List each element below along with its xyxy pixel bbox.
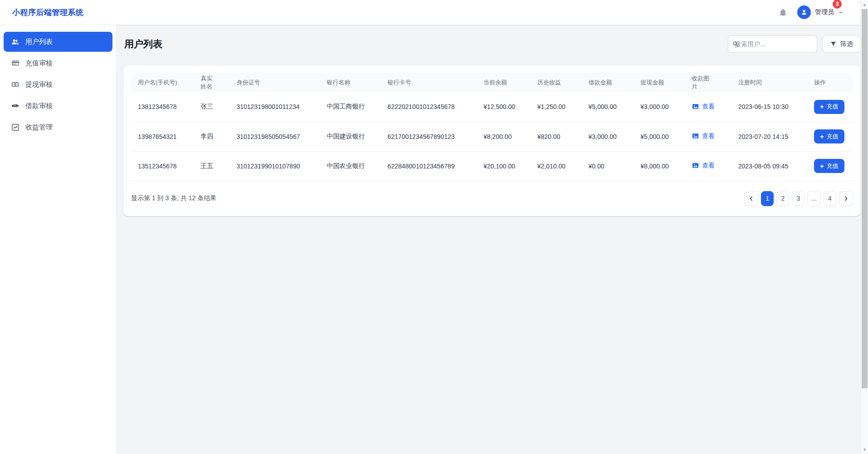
cell-action: +充值 (807, 92, 853, 122)
column-header: 真实姓名 (193, 73, 229, 92)
cell-withdraw: ¥8,000.00 (633, 151, 684, 181)
scrollbar-down-arrow-icon[interactable]: ▼ (861, 446, 868, 453)
chevron-down-icon (838, 10, 844, 15)
recharge-button[interactable]: +充值 (814, 159, 844, 173)
sidebar-item-users[interactable]: 用户列表 (4, 32, 112, 52)
column-header: 身份证号 (229, 73, 319, 92)
cell-registered: 2023-08-05 09:45 (731, 151, 807, 181)
pagination-page-4[interactable]: 4 (824, 191, 836, 206)
pagination-page-1[interactable]: 1 (761, 191, 774, 206)
cell-payment-image: 查看 (684, 122, 731, 151)
image-icon (692, 103, 699, 110)
recharge-button[interactable]: +充值 (814, 129, 844, 143)
table-body: 13812345678张三310123198001011234中国工商银行622… (131, 92, 853, 181)
sidebar-item-loan-review[interactable]: 借款审核 (4, 96, 112, 116)
filter-icon (830, 41, 836, 47)
filter-button[interactable]: 筛选 (823, 35, 861, 53)
cell-bank-name: 中国建设银行 (320, 122, 380, 151)
topbar: 小程序后端管理系统 管理员 3 (0, 0, 868, 25)
scrollbar-thumb[interactable] (862, 9, 868, 388)
cell-phone: 13512345678 (131, 151, 193, 181)
scrollbar-up-arrow-icon[interactable]: ▲ (861, 1, 868, 8)
cell-loan: ¥3,000.00 (581, 122, 634, 151)
pagination-page-3[interactable]: 3 (792, 191, 805, 206)
sidebar-item-withdraw-review[interactable]: 提现审核 (4, 74, 112, 94)
scrollbar[interactable]: ▲ ▼ (860, 0, 868, 454)
cell-id-number: 310123199010107890 (229, 151, 319, 181)
sidebar-item-label: 充值审核 (25, 59, 53, 68)
column-header: 提现金额 (633, 73, 684, 92)
plus-icon: + (820, 104, 824, 110)
app-title: 小程序后端管理系统 (12, 7, 84, 18)
cell-id-number: 310123198001011234 (229, 92, 319, 122)
image-icon (692, 133, 699, 139)
pagination-page-2[interactable]: 2 (776, 191, 789, 206)
user-table: 用户名(手机号)真实姓名身份证号银行名称银行卡号当前余额历史收益借款金额提现金额… (131, 73, 853, 181)
view-image-link[interactable]: 查看 (692, 103, 715, 111)
user-icon (800, 9, 808, 16)
column-header: 用户名(手机号) (131, 73, 193, 92)
filter-label: 筛选 (840, 40, 853, 48)
handshake-icon (11, 102, 20, 109)
cell-withdraw: ¥5,000.00 (633, 122, 684, 151)
plus-icon: + (820, 163, 824, 169)
cell-action: +充值 (807, 151, 853, 181)
table-header-row: 用户名(手机号)真实姓名身份证号银行名称银行卡号当前余额历史收益借款金额提现金额… (131, 73, 853, 92)
cell-registered: 2023-06-15 10:30 (731, 92, 807, 122)
sidebar-item-label: 用户列表 (25, 38, 53, 46)
main-content: 用户列表 筛选 用户名(手 (117, 25, 868, 454)
cell-name: 王五 (193, 151, 229, 181)
table-row: 13987654321李四310123198505054567中国建设银行621… (131, 122, 853, 151)
cell-id-number: 310123198505054567 (229, 122, 319, 151)
table-row: 13812345678张三310123198001011234中国工商银行622… (131, 92, 853, 122)
view-image-link[interactable]: 查看 (692, 132, 715, 140)
main-header: 用户列表 筛选 (117, 25, 868, 63)
chart-line-icon (11, 123, 20, 131)
cell-name: 李四 (193, 122, 229, 151)
pagination-next-button[interactable] (839, 191, 853, 206)
column-header: 注册时间 (731, 73, 807, 92)
cell-bank-card: 6228480010123456789 (380, 151, 476, 181)
cell-withdraw: ¥3,000.00 (633, 92, 684, 122)
cell-balance: ¥20,100.00 (476, 151, 530, 181)
pagination-prev-button[interactable] (744, 191, 758, 206)
sidebar: 用户列表充值审核提现审核借款审核收益管理 (0, 25, 117, 454)
chevron-left-icon (748, 196, 754, 202)
cell-payment-image: 查看 (684, 151, 731, 181)
cell-phone: 13987654321 (131, 122, 193, 151)
header-tools: 筛选 (728, 35, 861, 53)
view-image-link[interactable]: 查看 (692, 162, 715, 170)
column-header: 当前余额 (476, 73, 530, 92)
sidebar-item-income-management[interactable]: 收益管理 (4, 117, 112, 137)
page-title: 用户列表 (124, 38, 162, 50)
user-table-card: 用户名(手机号)真实姓名身份证号银行名称银行卡号当前余额历史收益借款金额提现金额… (123, 65, 861, 216)
cell-history-income: ¥820.00 (530, 122, 581, 151)
credit-card-icon (11, 59, 20, 67)
cell-name: 张三 (193, 92, 229, 122)
money-bill-icon (11, 81, 20, 88)
admin-name: 管理员 (815, 8, 834, 16)
cell-balance: ¥8,200.00 (476, 122, 530, 151)
sidebar-menu: 用户列表充值审核提现审核借款审核收益管理 (4, 32, 112, 137)
search-wrap (728, 35, 817, 53)
search-input[interactable] (728, 35, 817, 53)
sidebar-item-recharge-review[interactable]: 充值审核 (4, 53, 112, 73)
column-header: 银行名称 (320, 73, 380, 92)
cell-bank-name: 中国工商银行 (320, 92, 380, 122)
cell-phone: 13812345678 (131, 92, 193, 122)
cell-loan: ¥5,000.00 (581, 92, 634, 122)
pagination: 123...4 (744, 191, 853, 206)
topbar-right: 管理员 3 (779, 5, 844, 19)
cell-bank-card: 6222021001012345678 (380, 92, 476, 122)
sidebar-item-label: 提现审核 (25, 80, 53, 89)
notification-badge: 3 (833, 0, 842, 9)
card-footer: 显示第 1 到 3 条, 共 12 条结果 123...4 (131, 181, 853, 216)
cell-loan: ¥0.00 (581, 151, 634, 181)
cell-history-income: ¥1,250.00 (530, 92, 581, 122)
pagination-ellipsis[interactable]: ... (807, 191, 821, 206)
recharge-button[interactable]: +充值 (814, 100, 844, 114)
plus-icon: + (820, 133, 824, 140)
sidebar-item-label: 收益管理 (25, 123, 53, 132)
notification-bell-icon[interactable] (779, 8, 787, 17)
sidebar-item-label: 借款审核 (25, 102, 53, 110)
